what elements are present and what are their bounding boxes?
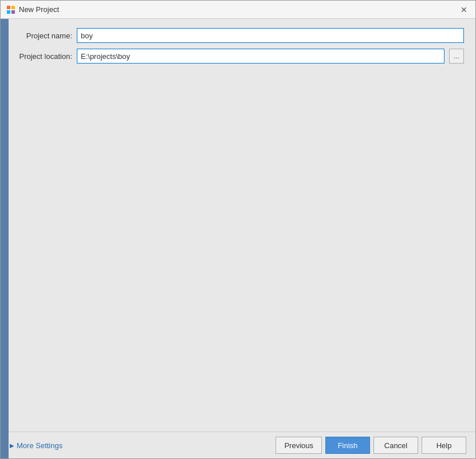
dialog-body: Project name: Project location: ...	[1, 19, 475, 432]
more-settings-label: More Settings	[17, 441, 62, 450]
svg-rect-2	[7, 10, 10, 14]
close-button[interactable]: ✕	[458, 4, 470, 15]
more-settings-link[interactable]: ▶ More Settings	[10, 441, 276, 450]
new-project-dialog: New Project ✕ Project name: Project loca…	[0, 0, 476, 459]
title-bar: New Project ✕	[1, 1, 475, 19]
svg-rect-0	[7, 6, 10, 9]
svg-rect-3	[11, 10, 15, 14]
project-location-row: Project location: ...	[12, 49, 464, 64]
project-name-label: Project name:	[12, 31, 72, 40]
dialog-footer: ▶ More Settings Previous Finish Cancel H…	[1, 432, 475, 458]
finish-button[interactable]: Finish	[325, 437, 370, 454]
project-location-input[interactable]	[77, 49, 444, 64]
chevron-right-icon: ▶	[10, 442, 14, 449]
help-button[interactable]: Help	[422, 437, 466, 454]
project-name-input[interactable]	[77, 28, 464, 43]
project-location-label: Project location:	[12, 52, 72, 61]
browse-button[interactable]: ...	[449, 49, 464, 64]
project-name-row: Project name:	[12, 28, 464, 43]
cancel-button[interactable]: Cancel	[373, 437, 418, 454]
app-icon	[6, 5, 15, 14]
previous-button[interactable]: Previous	[276, 437, 322, 454]
svg-rect-1	[11, 6, 15, 9]
title-bar-left: New Project	[6, 5, 59, 14]
content-area	[12, 69, 464, 422]
footer-buttons: Previous Finish Cancel Help	[276, 437, 466, 454]
sidebar-bg	[1, 19, 9, 458]
dialog-title: New Project	[19, 5, 59, 14]
